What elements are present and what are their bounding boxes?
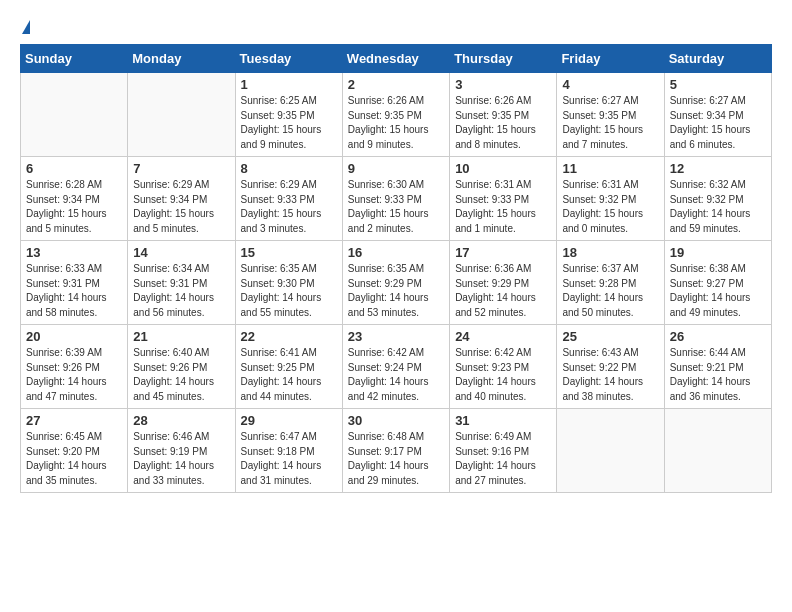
day-number: 10 [455,161,551,176]
day-number: 5 [670,77,766,92]
weekday-header-row: SundayMondayTuesdayWednesdayThursdayFrid… [21,45,772,73]
calendar-cell: 7Sunrise: 6:29 AM Sunset: 9:34 PM Daylig… [128,157,235,241]
calendar-cell: 9Sunrise: 6:30 AM Sunset: 9:33 PM Daylig… [342,157,449,241]
calendar-table: SundayMondayTuesdayWednesdayThursdayFrid… [20,44,772,493]
day-number: 15 [241,245,337,260]
day-info: Sunrise: 6:31 AM Sunset: 9:32 PM Dayligh… [562,178,658,236]
weekday-header-wednesday: Wednesday [342,45,449,73]
calendar-cell: 31Sunrise: 6:49 AM Sunset: 9:16 PM Dayli… [450,409,557,493]
day-info: Sunrise: 6:25 AM Sunset: 9:35 PM Dayligh… [241,94,337,152]
day-number: 31 [455,413,551,428]
calendar-cell: 23Sunrise: 6:42 AM Sunset: 9:24 PM Dayli… [342,325,449,409]
day-info: Sunrise: 6:26 AM Sunset: 9:35 PM Dayligh… [348,94,444,152]
day-info: Sunrise: 6:49 AM Sunset: 9:16 PM Dayligh… [455,430,551,488]
day-info: Sunrise: 6:41 AM Sunset: 9:25 PM Dayligh… [241,346,337,404]
calendar-week-row: 13Sunrise: 6:33 AM Sunset: 9:31 PM Dayli… [21,241,772,325]
day-number: 18 [562,245,658,260]
day-number: 21 [133,329,229,344]
calendar-cell: 13Sunrise: 6:33 AM Sunset: 9:31 PM Dayli… [21,241,128,325]
calendar-cell: 11Sunrise: 6:31 AM Sunset: 9:32 PM Dayli… [557,157,664,241]
calendar-cell: 8Sunrise: 6:29 AM Sunset: 9:33 PM Daylig… [235,157,342,241]
day-number: 14 [133,245,229,260]
day-info: Sunrise: 6:36 AM Sunset: 9:29 PM Dayligh… [455,262,551,320]
day-number: 3 [455,77,551,92]
day-number: 19 [670,245,766,260]
calendar-cell: 28Sunrise: 6:46 AM Sunset: 9:19 PM Dayli… [128,409,235,493]
calendar-cell: 6Sunrise: 6:28 AM Sunset: 9:34 PM Daylig… [21,157,128,241]
calendar-cell: 26Sunrise: 6:44 AM Sunset: 9:21 PM Dayli… [664,325,771,409]
day-number: 12 [670,161,766,176]
page-header [20,20,772,34]
day-number: 4 [562,77,658,92]
calendar-cell [128,73,235,157]
day-info: Sunrise: 6:38 AM Sunset: 9:27 PM Dayligh… [670,262,766,320]
calendar-cell: 1Sunrise: 6:25 AM Sunset: 9:35 PM Daylig… [235,73,342,157]
day-info: Sunrise: 6:33 AM Sunset: 9:31 PM Dayligh… [26,262,122,320]
day-info: Sunrise: 6:45 AM Sunset: 9:20 PM Dayligh… [26,430,122,488]
day-info: Sunrise: 6:29 AM Sunset: 9:33 PM Dayligh… [241,178,337,236]
day-number: 30 [348,413,444,428]
calendar-cell: 18Sunrise: 6:37 AM Sunset: 9:28 PM Dayli… [557,241,664,325]
day-info: Sunrise: 6:35 AM Sunset: 9:30 PM Dayligh… [241,262,337,320]
calendar-cell: 21Sunrise: 6:40 AM Sunset: 9:26 PM Dayli… [128,325,235,409]
day-info: Sunrise: 6:31 AM Sunset: 9:33 PM Dayligh… [455,178,551,236]
calendar-week-row: 6Sunrise: 6:28 AM Sunset: 9:34 PM Daylig… [21,157,772,241]
calendar-cell: 10Sunrise: 6:31 AM Sunset: 9:33 PM Dayli… [450,157,557,241]
day-info: Sunrise: 6:37 AM Sunset: 9:28 PM Dayligh… [562,262,658,320]
calendar-cell: 20Sunrise: 6:39 AM Sunset: 9:26 PM Dayli… [21,325,128,409]
calendar-cell: 30Sunrise: 6:48 AM Sunset: 9:17 PM Dayli… [342,409,449,493]
day-number: 25 [562,329,658,344]
weekday-header-saturday: Saturday [664,45,771,73]
calendar-cell: 24Sunrise: 6:42 AM Sunset: 9:23 PM Dayli… [450,325,557,409]
weekday-header-thursday: Thursday [450,45,557,73]
day-number: 29 [241,413,337,428]
day-info: Sunrise: 6:32 AM Sunset: 9:32 PM Dayligh… [670,178,766,236]
day-number: 9 [348,161,444,176]
day-info: Sunrise: 6:44 AM Sunset: 9:21 PM Dayligh… [670,346,766,404]
calendar-week-row: 27Sunrise: 6:45 AM Sunset: 9:20 PM Dayli… [21,409,772,493]
day-info: Sunrise: 6:30 AM Sunset: 9:33 PM Dayligh… [348,178,444,236]
day-number: 7 [133,161,229,176]
calendar-cell: 25Sunrise: 6:43 AM Sunset: 9:22 PM Dayli… [557,325,664,409]
day-number: 23 [348,329,444,344]
calendar-cell: 15Sunrise: 6:35 AM Sunset: 9:30 PM Dayli… [235,241,342,325]
calendar-cell: 14Sunrise: 6:34 AM Sunset: 9:31 PM Dayli… [128,241,235,325]
logo-triangle-icon [22,20,30,34]
calendar-cell: 4Sunrise: 6:27 AM Sunset: 9:35 PM Daylig… [557,73,664,157]
calendar-week-row: 1Sunrise: 6:25 AM Sunset: 9:35 PM Daylig… [21,73,772,157]
day-number: 28 [133,413,229,428]
calendar-cell: 5Sunrise: 6:27 AM Sunset: 9:34 PM Daylig… [664,73,771,157]
day-number: 1 [241,77,337,92]
calendar-cell: 2Sunrise: 6:26 AM Sunset: 9:35 PM Daylig… [342,73,449,157]
weekday-header-tuesday: Tuesday [235,45,342,73]
day-info: Sunrise: 6:42 AM Sunset: 9:23 PM Dayligh… [455,346,551,404]
day-info: Sunrise: 6:29 AM Sunset: 9:34 PM Dayligh… [133,178,229,236]
day-info: Sunrise: 6:28 AM Sunset: 9:34 PM Dayligh… [26,178,122,236]
day-info: Sunrise: 6:47 AM Sunset: 9:18 PM Dayligh… [241,430,337,488]
day-info: Sunrise: 6:40 AM Sunset: 9:26 PM Dayligh… [133,346,229,404]
day-number: 6 [26,161,122,176]
day-info: Sunrise: 6:27 AM Sunset: 9:35 PM Dayligh… [562,94,658,152]
day-info: Sunrise: 6:27 AM Sunset: 9:34 PM Dayligh… [670,94,766,152]
logo [20,20,30,34]
day-number: 26 [670,329,766,344]
day-number: 16 [348,245,444,260]
calendar-week-row: 20Sunrise: 6:39 AM Sunset: 9:26 PM Dayli… [21,325,772,409]
calendar-cell: 29Sunrise: 6:47 AM Sunset: 9:18 PM Dayli… [235,409,342,493]
calendar-cell [664,409,771,493]
calendar-cell: 17Sunrise: 6:36 AM Sunset: 9:29 PM Dayli… [450,241,557,325]
calendar-cell [21,73,128,157]
day-info: Sunrise: 6:46 AM Sunset: 9:19 PM Dayligh… [133,430,229,488]
calendar-body: 1Sunrise: 6:25 AM Sunset: 9:35 PM Daylig… [21,73,772,493]
day-number: 20 [26,329,122,344]
day-number: 24 [455,329,551,344]
day-number: 11 [562,161,658,176]
calendar-cell: 16Sunrise: 6:35 AM Sunset: 9:29 PM Dayli… [342,241,449,325]
day-number: 27 [26,413,122,428]
day-number: 22 [241,329,337,344]
day-info: Sunrise: 6:34 AM Sunset: 9:31 PM Dayligh… [133,262,229,320]
day-info: Sunrise: 6:42 AM Sunset: 9:24 PM Dayligh… [348,346,444,404]
day-number: 13 [26,245,122,260]
weekday-header-monday: Monday [128,45,235,73]
weekday-header-friday: Friday [557,45,664,73]
